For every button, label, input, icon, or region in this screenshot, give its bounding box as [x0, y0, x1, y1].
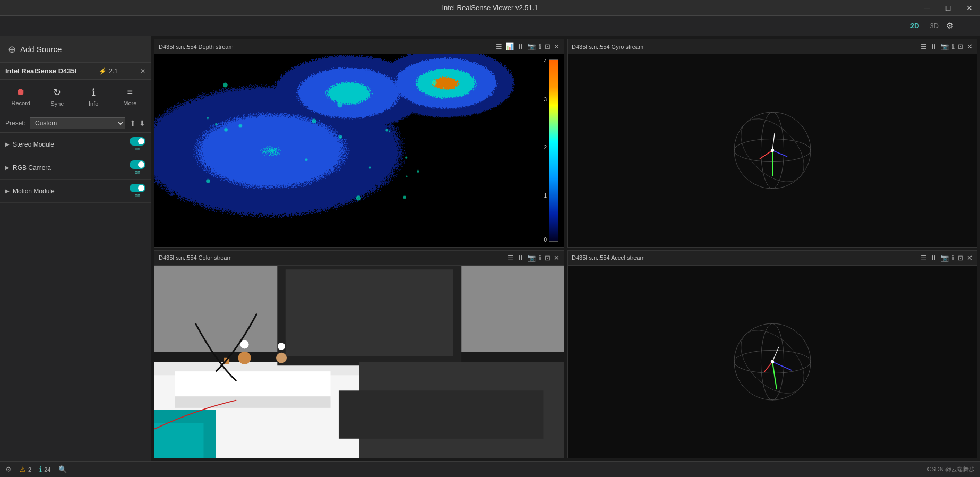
- depth-info-icon[interactable]: ℹ: [539, 42, 541, 50]
- color-list-icon[interactable]: ☰: [508, 254, 514, 262]
- gyro-list-icon[interactable]: ☰: [921, 42, 927, 50]
- download-icon[interactable]: ⬇: [139, 119, 145, 127]
- top-toolbar: 2D 3D ⚙: [0, 16, 980, 36]
- title-bar: Intel RealSense Viewer v2.51.1 ─ □ ✕: [0, 0, 980, 16]
- svg-point-17: [770, 360, 773, 363]
- search-icon: 🔍: [58, 465, 67, 473]
- info-count: 24: [44, 466, 50, 473]
- rgb-arrow-icon: ▶: [5, 165, 10, 171]
- depth-stream-body: 4 3 2 1 0: [154, 54, 564, 247]
- depth-close-icon[interactable]: ✕: [554, 42, 560, 50]
- sync-icon: ↻: [53, 87, 61, 98]
- warning-status: ⚠ 2: [20, 465, 31, 473]
- preset-icons: ⬆ ⬇: [130, 119, 145, 127]
- stereo-toggle-wrap: on: [130, 137, 145, 151]
- info-label: Info: [89, 100, 98, 107]
- depth-camera-icon[interactable]: 📷: [527, 42, 536, 50]
- gyro-stream-controls: ☰ ⏸ 📷 ℹ ⊡ ✕: [921, 42, 973, 50]
- warning-count: 2: [28, 466, 31, 473]
- gyro-info-icon[interactable]: ℹ: [952, 42, 955, 50]
- more-button[interactable]: ≡ More: [112, 84, 149, 109]
- minimize-button[interactable]: ─: [916, 0, 938, 16]
- svg-line-4: [760, 150, 772, 159]
- svg-point-8: [770, 149, 773, 152]
- search-status[interactable]: 🔍: [58, 465, 67, 473]
- svg-line-13: [764, 362, 772, 372]
- gyro-window-icon[interactable]: ⊡: [958, 42, 964, 50]
- depth-chart-icon[interactable]: 📊: [505, 42, 514, 50]
- gyro-close-icon[interactable]: ✕: [967, 42, 973, 50]
- plus-icon: ⊕: [8, 44, 16, 55]
- 2d-view-button[interactable]: 2D: [907, 21, 923, 31]
- accel-info-icon[interactable]: ℹ: [952, 254, 955, 262]
- motion-arrow-icon: ▶: [5, 188, 10, 194]
- info-button[interactable]: ℹ Info: [75, 84, 112, 109]
- info-icon: ℹ: [92, 87, 96, 98]
- rgb-module-item[interactable]: ▶ RGB Camera on: [0, 156, 151, 180]
- device-close-icon[interactable]: ✕: [140, 67, 145, 75]
- add-source-label: Add Source: [20, 45, 62, 54]
- upload-icon[interactable]: ⬆: [130, 119, 136, 127]
- accel-camera-icon[interactable]: 📷: [940, 254, 949, 262]
- record-button[interactable]: ⏺ Record: [3, 84, 39, 109]
- stereo-module-item[interactable]: ▶ Stereo Module on: [0, 133, 151, 156]
- rgb-toggle-label: on: [135, 169, 140, 175]
- rgb-toggle[interactable]: [130, 160, 145, 169]
- device-header: Intel RealSense D435I ⚡ 2.1 ✕: [0, 63, 151, 80]
- color-stream-title: D435I s.n.:554 Color stream: [159, 254, 232, 261]
- colorbar-label-4: 4: [544, 58, 547, 64]
- depth-list-icon[interactable]: ☰: [496, 42, 502, 50]
- gyro-camera-icon[interactable]: 📷: [940, 42, 949, 50]
- depth-stream-header: D435I s.n.:554 Depth stream ☰ 📊 ⏸ 📷 ℹ ⊡ …: [154, 39, 564, 54]
- sync-label: Sync: [51, 100, 64, 107]
- accel-visualization: [709, 298, 836, 425]
- colorbar-label-2: 2: [544, 144, 547, 150]
- device-usb-info: ⚡ 2.1: [99, 67, 118, 75]
- sync-button[interactable]: ↻ Sync: [39, 84, 76, 109]
- usb-icon: ⚡: [99, 67, 107, 75]
- stereo-toggle-knob: [138, 138, 144, 144]
- window-controls: ─ □ ✕: [916, 0, 980, 15]
- motion-module-item[interactable]: ▶ Motion Module on: [0, 180, 151, 203]
- status-info-icon: ℹ: [39, 465, 42, 473]
- 3d-view-button[interactable]: 3D: [926, 21, 942, 31]
- depth-window-icon[interactable]: ⊡: [545, 42, 551, 50]
- close-button[interactable]: ✕: [959, 0, 980, 16]
- more-label: More: [123, 100, 136, 106]
- color-window-icon[interactable]: ⊡: [545, 254, 551, 262]
- accel-close-icon[interactable]: ✕: [967, 254, 973, 262]
- preset-select[interactable]: Custom Default High Accuracy High Densit…: [30, 117, 125, 129]
- stream-content: D435I s.n.:554 Depth stream ☰ 📊 ⏸ 📷 ℹ ⊡ …: [151, 36, 980, 461]
- stereo-toggle[interactable]: [130, 137, 145, 146]
- motion-toggle-knob: [138, 185, 144, 191]
- motion-toggle[interactable]: [130, 184, 145, 192]
- add-source-button[interactable]: ⊕ Add Source: [0, 36, 151, 63]
- motion-module-left: ▶ Motion Module: [5, 188, 55, 195]
- color-pause-icon[interactable]: ⏸: [517, 254, 524, 262]
- status-bar: ⚙ ⚠ 2 ℹ 24 🔍 CSDN @云端舞步: [0, 461, 980, 477]
- record-label: Record: [12, 100, 30, 106]
- maximize-button[interactable]: □: [938, 0, 959, 16]
- depth-stream-title: D435I s.n.:554 Depth stream: [159, 44, 234, 50]
- gyro-pause-icon[interactable]: ⏸: [930, 42, 937, 50]
- accel-pause-icon[interactable]: ⏸: [930, 254, 937, 262]
- info-status: ℹ 24: [39, 465, 50, 473]
- color-info-icon[interactable]: ℹ: [539, 254, 541, 262]
- color-stream-body: [154, 266, 564, 458]
- depth-colorbar: [549, 59, 558, 242]
- more-icon: ≡: [127, 87, 133, 98]
- colorbar-label-0: 0: [544, 237, 547, 243]
- rgb-toggle-knob: [138, 161, 144, 168]
- settings-icon[interactable]: ⚙: [946, 21, 953, 31]
- svg-line-15: [772, 362, 777, 389]
- depth-pause-icon[interactable]: ⏸: [517, 42, 524, 50]
- accel-list-icon[interactable]: ☰: [921, 254, 927, 262]
- svg-line-16: [772, 347, 779, 362]
- color-camera-icon[interactable]: 📷: [527, 254, 536, 262]
- accel-window-icon[interactable]: ⊡: [958, 254, 964, 262]
- color-close-icon[interactable]: ✕: [554, 254, 560, 262]
- stereo-arrow-icon: ▶: [5, 141, 10, 147]
- accel-stream-body: [568, 266, 977, 458]
- svg-line-5: [772, 150, 787, 157]
- sidebar: ⊕ Add Source Intel RealSense D435I ⚡ 2.1…: [0, 36, 151, 461]
